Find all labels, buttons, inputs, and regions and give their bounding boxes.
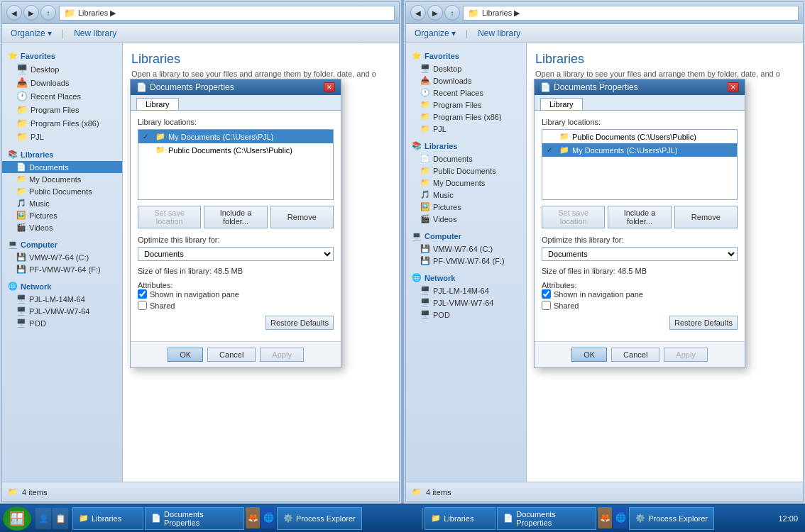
optimize-select-right[interactable]: Documents xyxy=(542,247,738,261)
sidebar-header-computer-right[interactable]: 💻 Computer xyxy=(406,229,526,243)
address-bar-right[interactable]: 📁 Libraries ▶ xyxy=(463,6,799,21)
dialog-close-btn-left[interactable]: ✕ xyxy=(324,82,335,92)
back-button-left[interactable]: ◀ xyxy=(6,5,22,21)
back-button-right[interactable]: ◀ xyxy=(410,5,426,21)
sidebar-item-downloads-right[interactable]: 📥 Downloads xyxy=(406,74,526,87)
sidebar-item-lm-left[interactable]: 🖥️ PJL-LM-14M-64 xyxy=(2,293,122,305)
sidebar-item-c-drive-left[interactable]: 💾 VMW-W7-64 (C:) xyxy=(2,251,122,263)
sidebar-header-network-right[interactable]: 🌐 Network xyxy=(406,271,526,284)
sidebar-item-music-right[interactable]: 🎵 Music xyxy=(406,189,526,201)
sidebar-item-documents-left[interactable]: 📄 Documents xyxy=(2,161,122,173)
include-folder-btn-left[interactable]: Include a folder... xyxy=(204,206,267,228)
sidebar-item-program-files-x86-right[interactable]: 📁 Program Files (x86) xyxy=(406,111,526,123)
taskbar-icon-2[interactable]: 📋 xyxy=(53,508,68,529)
sidebar-header-computer-left[interactable]: 💻 Computer xyxy=(2,238,122,251)
sidebar-item-mydocs-right[interactable]: 📁 My Documents xyxy=(406,177,526,189)
sidebar-item-pictures-right[interactable]: 🖼️ Pictures xyxy=(406,201,526,213)
sidebar-item-pod-left[interactable]: 🖥️ POD xyxy=(2,317,122,329)
sidebar-header-libraries-left[interactable]: 📚 Libraries xyxy=(2,148,122,161)
sidebar-item-vmw-right[interactable]: 🖥️ PJL-VMW-W7-64 xyxy=(406,297,526,309)
sidebar-item-f-drive-left[interactable]: 💾 PF-VMW-W7-64 (F:) xyxy=(2,263,122,275)
forward-button-left[interactable]: ▶ xyxy=(23,5,39,21)
sidebar-header-network-left[interactable]: 🌐 Network xyxy=(2,279,122,293)
sidebar-item-pjl-right[interactable]: 📁 PJL xyxy=(406,123,526,135)
sidebar-item-program-files-right[interactable]: 📁 Program Files xyxy=(406,99,526,111)
shared-checkbox-right[interactable] xyxy=(542,301,551,310)
location-item-mydocs-right[interactable]: ✓ 📁 My Documents (C:\Users\PJL) xyxy=(542,143,737,157)
remove-btn-left[interactable]: Remove xyxy=(270,206,334,228)
libraries-title-right: Libraries xyxy=(535,52,794,67)
cancel-btn-right[interactable]: Cancel xyxy=(611,348,659,362)
sidebar-item-pubdocs-right[interactable]: 📁 Public Documents xyxy=(406,165,526,177)
dialog-tab-library-left[interactable]: Library xyxy=(136,98,179,110)
sidebar-item-desktop-right[interactable]: 🖥️ Desktop xyxy=(406,62,526,74)
sidebar-item-vmw-left[interactable]: 🖥️ PJL-VMW-W7-64 xyxy=(2,305,122,317)
shown-in-nav-checkbox-left[interactable] xyxy=(138,289,147,299)
cancel-btn-left[interactable]: Cancel xyxy=(207,348,256,362)
taskbar-docprops-right[interactable]: 📄 Documents Properties xyxy=(497,507,596,530)
sidebar-item-documents-right[interactable]: 📄 Documents xyxy=(406,153,526,165)
location-item-pubdocs-left[interactable]: 📁 Public Documents (C:\Users\Public) xyxy=(138,143,333,157)
sidebar-item-desktop-left[interactable]: 🖥️ Desktop xyxy=(2,62,122,76)
include-folder-btn-right[interactable]: Include a folder... xyxy=(608,206,671,228)
sidebar-item-c-drive-right[interactable]: 💾 VMW-W7-64 (C:) xyxy=(406,243,526,255)
organize-button-left[interactable]: Organize ▾ xyxy=(8,27,55,40)
ok-btn-left[interactable]: OK xyxy=(168,348,203,362)
sidebar-header-favorites-right[interactable]: ⭐ Favorites xyxy=(406,49,526,62)
sidebar-item-videos-right[interactable]: 🎬 Videos xyxy=(406,213,526,225)
shown-in-nav-checkbox-right[interactable] xyxy=(542,289,551,299)
taskbar-chrome-right[interactable]: 🌐 xyxy=(613,507,628,528)
up-button-left[interactable]: ↑ xyxy=(40,5,56,21)
sidebar-header-libraries-right[interactable]: 📚 Libraries xyxy=(406,139,526,153)
start-button[interactable]: 🪟 xyxy=(3,506,31,531)
ok-btn-right[interactable]: OK xyxy=(571,348,607,362)
apply-btn-right[interactable]: Apply xyxy=(664,348,708,362)
set-save-btn-right[interactable]: Set save location xyxy=(542,206,605,228)
restore-defaults-btn-right[interactable]: Restore Defaults xyxy=(669,316,738,330)
set-save-btn-left[interactable]: Set save location xyxy=(138,206,201,228)
sidebar-header-favorites-left[interactable]: ⭐ Favorites xyxy=(2,49,122,62)
taskbar-chrome-left[interactable]: 🌐 xyxy=(261,507,275,528)
sidebar-item-f-drive-right[interactable]: 💾 PF-VMW-W7-64 (F:) xyxy=(406,255,526,267)
dialog-close-btn-right[interactable]: ✕ xyxy=(728,82,739,92)
taskbar-libraries-right[interactable]: 📁 Libraries xyxy=(425,507,495,530)
taskbar-firefox-left[interactable]: 🦊 xyxy=(246,507,260,528)
sidebar-item-recent-right[interactable]: 🕐 Recent Places xyxy=(406,87,526,99)
apply-btn-left[interactable]: Apply xyxy=(260,348,304,362)
sidebar-item-program-files-left[interactable]: 📁 Program Files xyxy=(2,103,122,116)
forward-button-right[interactable]: ▶ xyxy=(427,5,443,21)
taskbar-docprops-left[interactable]: 📄 Documents Properties xyxy=(145,507,244,530)
sidebar-item-music-left[interactable]: 🎵 Music xyxy=(2,197,122,209)
vmw-icon-right: 🖥️ xyxy=(420,298,430,307)
taskbar-icon-1[interactable]: 👤 xyxy=(35,508,51,529)
sidebar-item-recent-left[interactable]: 🕐 Recent Places xyxy=(2,89,122,103)
taskbar-procexp-icon-left: ⚙️ xyxy=(283,514,293,523)
new-library-button-left[interactable]: New library xyxy=(71,27,119,40)
sidebar-item-pubdocs-left[interactable]: 📁 Public Documents xyxy=(2,185,122,197)
location-item-mydocs-left[interactable]: ✓ 📁 My Documents (C:\Users\PJL) xyxy=(138,130,333,143)
sidebar-item-videos-left[interactable]: 🎬 Videos xyxy=(2,221,122,233)
sidebar-item-program-files-x86-left[interactable]: 📁 Program Files (x86) xyxy=(2,116,122,130)
taskbar-procexp-left[interactable]: ⚙️ Process Explorer xyxy=(277,507,362,530)
organize-button-right[interactable]: Organize ▾ xyxy=(412,27,459,40)
sidebar-item-mydocs-left[interactable]: 📁 My Documents xyxy=(2,173,122,185)
dialog-tab-library-right[interactable]: Library xyxy=(540,98,583,110)
taskbar-firefox-right[interactable]: 🦊 xyxy=(598,507,612,528)
sidebar-item-pjl-left[interactable]: 📁 PJL xyxy=(2,130,122,143)
taskbar-procexp-right[interactable]: ⚙️ Process Explorer xyxy=(629,507,714,530)
shared-checkbox-left[interactable] xyxy=(138,301,147,310)
shared-row-right: Shared xyxy=(542,301,738,310)
sidebar-item-pictures-left[interactable]: 🖼️ Pictures xyxy=(2,209,122,221)
up-button-right[interactable]: ↑ xyxy=(444,5,460,21)
sidebar-item-downloads-left[interactable]: 📥 Downloads xyxy=(2,76,122,89)
restore-defaults-btn-left[interactable]: Restore Defaults xyxy=(265,316,334,330)
sidebar-item-lm-right[interactable]: 🖥️ PJL-LM-14M-64 xyxy=(406,284,526,297)
address-bar-left[interactable]: 📁 Libraries ▶ xyxy=(59,6,395,21)
remove-btn-right[interactable]: Remove xyxy=(674,206,738,228)
location-item-pubdocs-right[interactable]: 📁 Public Documents (C:\Users\Public) xyxy=(542,130,737,143)
sidebar-item-pod-right[interactable]: 🖥️ POD xyxy=(406,309,526,321)
new-library-button-right[interactable]: New library xyxy=(475,27,523,40)
taskbar-libraries-left[interactable]: 📁 Libraries xyxy=(72,507,143,530)
optimize-select-left[interactable]: Documents xyxy=(138,247,334,261)
sidebar-section-computer-right: 💻 Computer 💾 VMW-W7-64 (C:) 💾 PF-VMW-W7-… xyxy=(406,229,526,267)
